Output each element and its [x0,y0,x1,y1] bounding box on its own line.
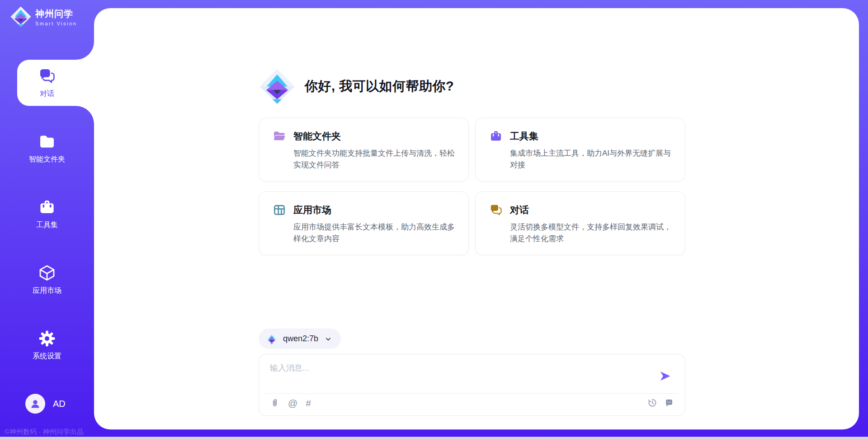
chat-icon [38,67,56,85]
toolbox-icon [38,198,56,216]
tab-fillet-bottom [76,106,94,124]
tab-fillet-top [76,42,94,60]
card-description: 应用市场提供丰富长文本模板，助力高效生成多样化文章内容 [293,221,455,244]
avatar [25,394,45,414]
main-panel: 你好, 我可以如何帮助你? 智能文件夹 智能文件夹功能支持批量文件上传与清洗，轻… [94,8,859,429]
message-input[interactable] [270,363,650,389]
hashtag-button[interactable]: # [306,398,311,408]
attachment-button[interactable] [270,398,280,408]
sidebar-item-label: 工具集 [36,220,58,230]
send-icon[interactable] [659,370,671,382]
history-button[interactable] [647,398,657,408]
cube-icon [38,264,56,282]
chat-icon [489,203,503,217]
sidebar-item-settings[interactable]: 系统设置 [0,322,94,368]
history-icon [647,398,657,408]
toolbox-icon [489,129,503,143]
card-title: 对话 [510,204,529,216]
card-chat[interactable]: 对话 灵活切换多模型文件，支持多样回复效果调试，满足个性化需求 [475,191,685,255]
sidebar-nav: 对话 智能文件夹 工具集 应用市场 [0,60,94,368]
brand-logo: 神州问学 Smart Vision [10,6,77,28]
mention-button[interactable]: @ [288,398,297,408]
model-diamond-icon [266,333,278,345]
card-app-market[interactable]: 应用市场 应用市场提供丰富长文本模板，助力高效生成多样化文章内容 [259,191,469,255]
brand-subtitle: Smart Vision [35,21,77,26]
card-title: 工具集 [510,130,538,143]
sidebar-item-label: 智能文件夹 [29,155,65,164]
composer-divider [265,393,679,394]
chevron-down-icon [324,334,333,344]
sidebar-item-chat[interactable]: 对话 [0,60,94,106]
grid-icon [273,203,286,217]
model-name: qwen2:7b [283,334,318,344]
brand-name: 神州问学 [35,8,77,20]
user-profile[interactable]: AD [25,394,66,414]
paperclip-icon [270,398,280,408]
greeting-row: 你好, 我可以如何帮助你? [259,8,685,105]
sidebar-item-label: 应用市场 [33,286,61,296]
copyright-footer: ©神州数码 · 神州问学出品 [5,428,83,436]
assistant-diamond-icon [259,68,296,105]
horizontal-scrollbar[interactable] [0,437,868,439]
chat-bubble-icon [664,398,674,408]
user-initials: AD [53,399,66,409]
sidebar-item-toolset[interactable]: 工具集 [0,191,94,237]
sidebar-item-smart-folder[interactable]: 智能文件夹 [0,125,94,172]
card-description: 智能文件夹功能支持批量文件上传与清洗，轻松实现文件问答 [293,148,455,171]
sidebar-item-label: 系统设置 [33,352,61,361]
greeting-text: 你好, 我可以如何帮助你? [305,77,454,95]
sidebar: 神州问学 Smart Vision 对话 智能文件夹 工具集 应用市场 [0,0,94,439]
message-composer: @ # [259,354,685,416]
folder-icon [38,133,56,151]
card-description: 灵活切换多模型文件，支持多样回复效果调试，满足个性化需求 [510,221,671,244]
model-selector[interactable]: qwen2:7b [259,329,341,349]
card-smart-folder[interactable]: 智能文件夹 智能文件夹功能支持批量文件上传与清洗，轻松实现文件问答 [259,118,469,181]
card-title: 应用市场 [293,204,331,216]
brand-diamond-icon [10,6,32,28]
sidebar-item-app-market[interactable]: 应用市场 [0,257,94,303]
chat-log-button[interactable] [664,398,674,408]
person-icon [29,398,41,410]
folder-open-icon [273,129,286,143]
card-toolset[interactable]: 工具集 集成市场上主流工具，助力AI与外界无缝扩展与对接 [475,118,685,181]
gear-icon [38,329,56,348]
sidebar-item-label: 对话 [40,89,54,99]
feature-cards: 智能文件夹 智能文件夹功能支持批量文件上传与清洗，轻松实现文件问答 工具集 集成… [259,118,685,255]
card-description: 集成市场上主流工具，助力AI与外界无缝扩展与对接 [510,148,671,171]
card-title: 智能文件夹 [293,130,341,143]
